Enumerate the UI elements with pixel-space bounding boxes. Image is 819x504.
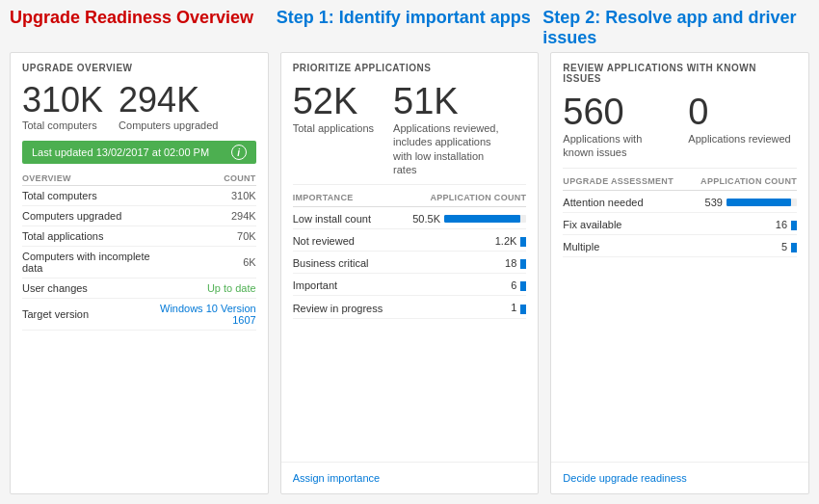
table-row: Multiple5 (563, 234, 797, 256)
table-row: Not reviewed1.2K (293, 229, 527, 252)
row-label: Not reviewed (293, 229, 406, 252)
row-value: 1 (406, 296, 526, 318)
row-label: Low install count (293, 207, 406, 229)
card-identify: PRIORITIZE APPLICATIONS 52K Total applic… (280, 52, 540, 494)
card-resolve: REVIEW APPLICATIONS WITH KNOWN ISSUES 56… (550, 52, 809, 494)
row-label: Review in progress (293, 296, 406, 318)
card1-stat2: 294K Computers upgraded (119, 83, 218, 131)
card1-col1-header: OVERVIEW (22, 172, 151, 186)
row-label: Fix available (563, 212, 688, 234)
card1-big-stats: 310K Total computers 294K Computers upgr… (11, 77, 268, 131)
table-row: Attention needed539 (563, 190, 797, 212)
table-row: User changesUp to date (22, 279, 256, 299)
card3-stat2-number: 0 (688, 93, 790, 130)
card3-col2-header: APPLICATION COUNT (688, 174, 797, 191)
card1-table: OVERVIEW COUNT Total computers310KComput… (11, 164, 268, 493)
card3-stat2: 0 Applications reviewed (688, 93, 790, 160)
card3-link[interactable]: Decide upgrade readiness (551, 462, 808, 493)
card3-stat1-label: Applications with known issues (563, 132, 669, 160)
table-row: Total computers310K (22, 186, 256, 206)
card2-col1-header: IMPORTANCE (293, 191, 406, 207)
card2-big-stats: 52K Total applications 51K Applications … (281, 77, 539, 176)
card2-stat1-number: 52K (293, 83, 374, 119)
card2-link[interactable]: Assign importance (281, 462, 539, 493)
row-label: Target version (22, 299, 151, 331)
card-overview: UPGRADE OVERVIEW 310K Total computers 29… (10, 52, 269, 494)
bar-mini-icon (520, 281, 526, 291)
card2-stat2-number: 51K (393, 83, 499, 119)
card2-stat1: 52K Total applications (293, 83, 374, 176)
table-row: Computers with incomplete data6K (22, 247, 256, 279)
card3-section-title: REVIEW APPLICATIONS WITH KNOWN ISSUES (551, 53, 808, 88)
col3-header: Step 2: Resolve app and driver issues (542, 8, 809, 48)
table-row: Business critical18 (293, 252, 527, 274)
row-label: Computers upgraded (22, 206, 151, 226)
card2-table: IMPORTANCE APPLICATION COUNT Low install… (281, 185, 539, 462)
table-row: Target versionWindows 10 Version 1607 (22, 299, 256, 331)
table-row: Computers upgraded294K (22, 206, 256, 226)
row-value: Windows 10 Version 1607 (151, 299, 255, 331)
table-row: Fix available16 (563, 212, 797, 234)
card1-col2-header: COUNT (151, 172, 255, 186)
col2-title: Step 1: Identify important apps (277, 8, 543, 28)
table-row: Review in progress1 (293, 296, 527, 318)
card1-stat2-number: 294K (119, 83, 218, 118)
card1-green-bar: Last updated 13/02/2017 at 02:00 PM i (22, 141, 256, 164)
card2-col2-header: APPLICATION COUNT (406, 191, 526, 207)
row-value: 1.2K (406, 229, 526, 252)
card3-table: UPGRADE ASSESSMENT APPLICATION COUNT Att… (551, 169, 808, 462)
card1-section-title: UPGRADE OVERVIEW (11, 53, 268, 77)
col2-header: Step 1: Identify important apps (277, 8, 543, 48)
card1-stat2-label: Computers upgraded (119, 119, 218, 131)
row-value: 294K (151, 206, 255, 226)
table-row: Low install count50.5K (293, 207, 527, 229)
card3-stat1-number: 560 (563, 93, 669, 130)
row-label: Business critical (293, 252, 406, 274)
row-value: 539 (688, 190, 797, 212)
row-label: User changes (22, 279, 151, 299)
row-value: 6 (406, 274, 526, 296)
table-row: Important6 (293, 274, 527, 296)
bar-mini-icon (520, 259, 526, 269)
card3-stat2-label: Applications reviewed (688, 132, 790, 146)
col1-title: Upgrade Readiness Overview (10, 8, 277, 28)
row-value: 16 (688, 212, 797, 234)
row-value: 70K (151, 226, 255, 247)
card3-stat1: 560 Applications with known issues (563, 93, 669, 160)
row-value: 310K (151, 186, 255, 206)
row-value: 18 (406, 252, 526, 274)
col3-title: Step 2: Resolve app and driver issues (542, 8, 809, 48)
info-icon[interactable]: i (231, 145, 247, 160)
bar-mini-icon (520, 237, 526, 247)
bar-mini-icon (791, 221, 797, 230)
row-label: Computers with incomplete data (22, 247, 151, 279)
card3-big-stats: 560 Applications with known issues 0 App… (551, 88, 808, 160)
row-value: Up to date (151, 279, 255, 299)
card1-stat1-number: 310K (22, 83, 103, 118)
card2-stat2: 51K Applications reviewed, includes appl… (393, 83, 499, 176)
row-label: Total applications (22, 226, 151, 247)
row-value: 50.5K (406, 207, 526, 229)
card2-stat1-label: Total applications (293, 121, 374, 135)
card3-col1-header: UPGRADE ASSESSMENT (563, 174, 688, 191)
card1-stat1-label: Total computers (22, 119, 103, 131)
col1-header: Upgrade Readiness Overview (10, 8, 277, 48)
row-label: Attention needed (563, 190, 688, 212)
card1-green-bar-text: Last updated 13/02/2017 at 02:00 PM (32, 146, 209, 158)
card2-stat2-label: Applications reviewed, includes applicat… (393, 121, 499, 176)
card1-stat1: 310K Total computers (22, 83, 103, 131)
card2-section-title: PRIORITIZE APPLICATIONS (281, 53, 539, 77)
bar-mini-icon (791, 243, 797, 252)
bar-mini-icon (520, 305, 526, 314)
row-label: Total computers (22, 186, 151, 206)
row-label: Multiple (563, 234, 688, 256)
row-value: 5 (688, 234, 797, 256)
row-label: Important (293, 274, 406, 296)
table-row: Total applications70K (22, 226, 256, 247)
row-value: 6K (151, 247, 255, 279)
